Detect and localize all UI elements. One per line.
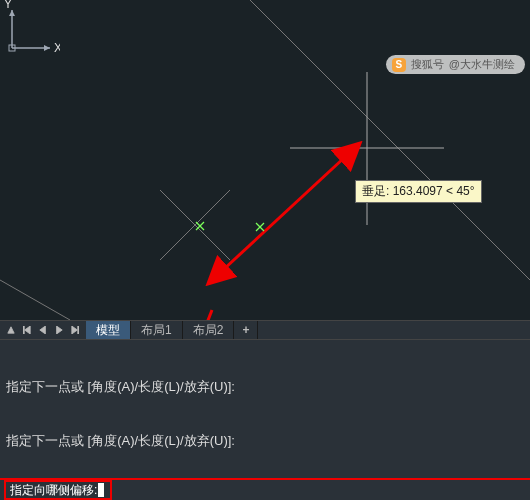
svg-marker-14 [40,326,46,334]
tab-add[interactable]: + [234,321,258,339]
svg-marker-15 [57,326,63,334]
tab-nav-last-icon[interactable] [68,323,82,337]
watermark-label: 搜狐号 [411,57,444,72]
tab-nav-next-icon[interactable] [52,323,66,337]
annotation-arrow-bottom [140,310,212,320]
svg-rect-17 [78,326,79,334]
svg-marker-13 [25,326,31,334]
svg-marker-11 [8,327,14,333]
command-prompt: 指定向哪侧偏移: [10,482,97,499]
construction-line [250,0,530,280]
layout-tab-bar: 模型 布局1 布局2 + [0,320,530,340]
snap-marker-2 [256,223,264,231]
sohu-icon: S [392,58,406,72]
tab-toggle-icon[interactable] [4,323,18,337]
svg-marker-16 [72,326,78,334]
annotation-arrow-top [223,157,345,270]
tab-model[interactable]: 模型 [86,321,131,339]
cmd-line: 指定下一点或 [角度(A)/长度(L)/放弃(U)]: [6,378,524,396]
svg-marker-7 [44,45,50,51]
drawing-canvas[interactable]: X Y 垂足: 163.4097 < 45° [0,0,530,320]
command-history: 指定下一点或 [角度(A)/长度(L)/放弃(U)]: 指定下一点或 [角度(A… [0,340,530,478]
cmd-line: 指定下一点或 [角度(A)/长度(L)/放弃(U)]: [6,432,524,450]
ucs-x-label: X [54,41,60,55]
command-prompt-highlight: 指定向哪侧偏移: [4,480,112,500]
command-input-row[interactable]: 指定向哪侧偏移: [0,478,530,500]
tab-layout2[interactable]: 布局2 [183,321,235,339]
watermark-owner: @大水牛测绘 [449,57,515,72]
construction-line-2 [0,280,70,320]
watermark: S 搜狐号 @大水牛测绘 [386,55,525,74]
ucs-y-label: Y [4,0,12,11]
ucs-icon: X Y [0,0,60,60]
tab-nav-prev-icon[interactable] [36,323,50,337]
tab-layout1[interactable]: 布局1 [131,321,183,339]
text-cursor [98,483,104,497]
tab-nav-first-icon[interactable] [20,323,34,337]
snap-tooltip: 垂足: 163.4097 < 45° [355,180,482,203]
snap-marker-1 [196,222,204,230]
